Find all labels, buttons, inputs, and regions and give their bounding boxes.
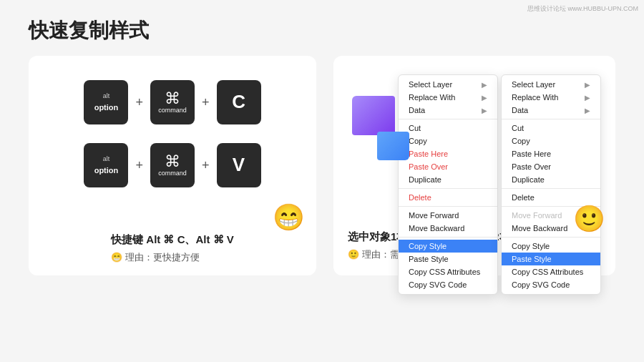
keys-container: alt option + ⌘ command + C alt option [84,73,260,223]
ctx1-delete[interactable]: Delete [399,191,497,204]
left-reason: 😁 理由：更快捷方便 [111,251,234,264]
ctx1-div3 [399,206,497,207]
ctx1-paste-here[interactable]: Paste Here [399,147,497,160]
command-label-1: command [158,107,187,114]
ctx1-select-layer[interactable]: Select Layer▶ [399,78,497,91]
context-menu-2: Select Layer▶ Replace With▶ Data▶ Cut Co… [501,74,601,295]
key-row-1: alt option + ⌘ command + C [84,80,260,124]
ctx2-select-layer[interactable]: Select Layer▶ [502,78,600,91]
ctx2-div1 [502,119,600,119]
right-emoji: 🙂 [573,204,605,234]
ctx2-copy[interactable]: Copy [502,134,600,147]
ctx2-replace-with[interactable]: Replace With▶ [502,91,600,104]
ctx2-paste-over[interactable]: Paste Over [502,160,600,173]
ctx2-copy-css[interactable]: Copy CSS Attributes [502,265,600,278]
v-letter: V [233,153,245,177]
context-menu-area: Select Layer▶ Replace With▶ Data▶ Cut Co… [345,67,604,225]
watermark-text: 思维设计论坛 www.HUBBU-UPN.COM [527,4,638,14]
cmd-symbol-2: ⌘ [165,154,180,170]
alt-option-key-1: alt option [84,80,128,124]
left-reason-emoji: 😁 [111,252,122,263]
c-letter: C [232,90,245,114]
left-caption: 快捷键 Alt ⌘ C、Alt ⌘ V [111,233,234,247]
ctx2-div4 [502,237,600,238]
canvas-rect-blue [377,132,409,160]
ctx1-copy-css[interactable]: Copy CSS Attributes [399,265,497,278]
left-panel: alt option + ⌘ command + C alt option [29,56,316,275]
plus-2: + [202,95,210,110]
plus-1: + [135,95,143,110]
v-key: V [217,143,261,187]
left-reason-text: 理由：更快捷方便 [125,252,200,263]
ctx1-duplicate[interactable]: Duplicate [399,173,497,186]
cmd-symbol-1: ⌘ [165,91,180,107]
ctx2-paste-style[interactable]: Paste Style [502,253,600,265]
canvas-rect-purple [352,96,395,135]
ctx1-move-backward[interactable]: Move Backward [399,222,497,235]
ctx2-cut[interactable]: Cut [502,122,600,134]
key-row-2: alt option + ⌘ command + V [84,143,260,187]
left-emoji: 😁 [273,202,305,233]
cmd-key-2: ⌘ command [150,143,195,187]
ctx2-copy-svg[interactable]: Copy SVG Code [502,278,600,291]
cmd-key-1: ⌘ command [150,80,195,124]
plus-3: + [135,158,143,173]
ctx1-cut[interactable]: Cut [399,122,497,134]
ctx1-move-forward[interactable]: Move Forward [399,209,497,222]
plus-4: + [202,158,210,173]
ctx2-duplicate[interactable]: Duplicate [502,173,600,186]
alt-option-key-2: alt option [84,143,128,187]
ctx1-paste-over[interactable]: Paste Over [399,160,497,173]
ctx2-paste-here[interactable]: Paste Here [502,147,600,160]
ctx1-copy[interactable]: Copy [399,134,497,147]
context-menu-1: Select Layer▶ Replace With▶ Data▶ Cut Co… [398,74,498,295]
ctx1-replace-with[interactable]: Replace With▶ [399,91,497,104]
content-area: alt option + ⌘ command + C alt option [0,56,644,275]
right-reason-emoji: 🙂 [348,249,359,260]
alt-label-2: alt [103,155,110,164]
ctx1-copy-svg[interactable]: Copy SVG Code [399,278,497,291]
ctx2-div2 [502,188,600,189]
ctx2-delete[interactable]: Delete [502,191,600,204]
left-panel-texts: 快捷键 Alt ⌘ C、Alt ⌘ V 😁 理由：更快捷方便 [108,223,237,264]
ctx1-copy-style[interactable]: Copy Style [399,240,497,253]
ctx2-data[interactable]: Data▶ [502,104,600,117]
ctx1-data[interactable]: Data▶ [399,104,497,117]
ctx1-paste-style[interactable]: Paste Style [399,253,497,265]
option-label-2: option [94,165,119,175]
right-panel: Select Layer▶ Replace With▶ Data▶ Cut Co… [333,56,615,275]
ctx1-div4 [399,237,497,238]
option-label-1: option [94,102,119,112]
ctx2-copy-style[interactable]: Copy Style [502,240,600,253]
canvas-preview [352,96,409,160]
ctx1-div2 [399,188,497,189]
ctx1-div1 [399,119,497,119]
c-key: C [217,80,261,124]
command-label-2: command [158,170,187,177]
alt-label-1: alt [103,92,110,101]
